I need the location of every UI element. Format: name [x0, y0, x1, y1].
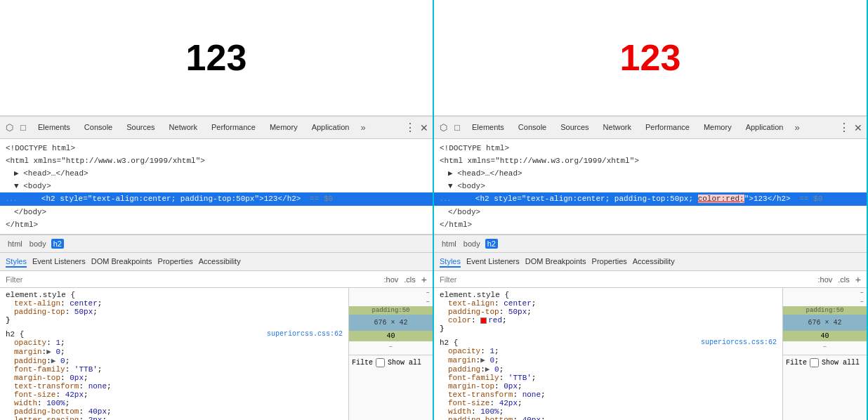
right-filter-bar: :hov .cls +: [434, 271, 867, 288]
tab-network-right[interactable]: Network: [596, 120, 638, 136]
dom-line-head-left[interactable]: ▶ <head>…</head>: [6, 167, 427, 180]
settings-icon-right[interactable]: ⋮: [839, 121, 850, 134]
left-box-bottom-dash: –: [349, 341, 433, 352]
right-devtools: ⬡ □ Elements Console Sources Network Per…: [434, 116, 867, 420]
left-h2-opacity: opacity: 1;: [6, 339, 343, 347]
left-prop-paddingtop: padding-top: 50px;: [6, 308, 343, 316]
right-show-all-label[interactable]: Show alll: [822, 359, 860, 367]
right-panel: 123 ⬡ □ Elements Console Sources Network…: [434, 0, 868, 420]
more-tabs-right[interactable]: »: [790, 121, 803, 134]
filter-cls-right[interactable]: .cls: [838, 275, 850, 284]
right-h2-margin: margin:▶ 0;: [440, 355, 777, 365]
right-h2-selector-line: h2 { superiorcss.css:62: [440, 339, 777, 347]
left-preview-text: 123: [186, 37, 247, 79]
styles-tab-dom-left[interactable]: DOM Breakpoints: [91, 256, 152, 268]
tab-performance-right[interactable]: Performance: [638, 120, 697, 136]
left-panel: 123 ⬡ □ Elements Console Sources Network…: [0, 0, 434, 420]
left-h2-fontfamily: font-family: 'TTB';: [6, 365, 343, 374]
tab-performance-left[interactable]: Performance: [204, 120, 263, 136]
settings-icon-left[interactable]: ⋮: [405, 121, 416, 134]
dom-doctype-right: <!DOCTYPE html>: [440, 142, 861, 155]
styles-tab-event-left[interactable]: Event Listeners: [32, 256, 86, 268]
styles-tab-access-left[interactable]: Accessibility: [199, 256, 241, 268]
right-h2-width: width: 100%;: [440, 407, 777, 416]
dom-head-right[interactable]: ▶ <head>…</head>: [440, 167, 861, 180]
left-h2-paddingbottom: padding-bottom: 40px;: [6, 407, 343, 416]
close-devtools-right[interactable]: ✕: [853, 121, 864, 135]
device-icon[interactable]: □: [17, 122, 29, 134]
left-preview: 123: [0, 0, 433, 116]
dom-body-right[interactable]: ▼ <body>: [440, 180, 861, 192]
left-h2-link[interactable]: superiorcss.css:62: [267, 330, 343, 338]
left-styles-toolbar: Styles Event Listeners DOM Breakpoints P…: [0, 253, 433, 271]
breadcrumb-h2-right[interactable]: h2: [485, 239, 498, 249]
left-toolbar-right: ⋮ ✕: [405, 121, 430, 135]
styles-tab-dom-right[interactable]: DOM Breakpoints: [525, 256, 586, 268]
right-preview-text: 123: [620, 37, 681, 79]
breadcrumb-body-left[interactable]: body: [27, 239, 48, 249]
right-h2-padding: padding:▶ 0;: [440, 365, 777, 374]
breadcrumb-html-left[interactable]: html: [6, 239, 25, 249]
close-devtools-left[interactable]: ✕: [419, 121, 430, 135]
styles-tab-access-right[interactable]: Accessibility: [633, 256, 675, 268]
breadcrumb-body-right[interactable]: body: [461, 239, 482, 249]
styles-tab-styles-left[interactable]: Styles: [6, 256, 27, 268]
dom-html-close-right: </html>: [440, 218, 861, 231]
tab-memory-right[interactable]: Memory: [697, 120, 739, 136]
styles-tab-props-left[interactable]: Properties: [158, 256, 193, 268]
right-prop-textalign: text-align: center;: [440, 299, 777, 308]
more-tabs-left[interactable]: »: [356, 121, 369, 134]
styles-tab-props-right[interactable]: Properties: [592, 256, 627, 268]
right-h2-opacity: opacity: 1;: [440, 347, 777, 355]
dom-h2-right[interactable]: ... <h2 style="text-align:center; paddin…: [434, 192, 867, 206]
left-h2-width: width: 100%;: [6, 399, 343, 407]
right-box-inner-val: 40: [783, 331, 867, 341]
filter-hov-right[interactable]: :hov: [818, 275, 833, 284]
right-styles-rules: element.style { text-align: center; padd…: [434, 288, 782, 420]
right-styles-content: element.style { text-align: center; padd…: [434, 288, 867, 420]
left-dom-tree: <!DOCTYPE html> <html xmlns="http://www.…: [0, 139, 433, 235]
tab-console-left[interactable]: Console: [77, 120, 119, 136]
filter-plus-right[interactable]: +: [855, 274, 861, 285]
dom-line-body-left[interactable]: ▼ <body>: [6, 180, 427, 192]
dom-line-h2-left[interactable]: ... <h2 style="text-align:center; paddin…: [0, 192, 433, 206]
filter-cls-left[interactable]: .cls: [404, 275, 416, 284]
styles-tab-event-right[interactable]: Event Listeners: [466, 256, 520, 268]
inspect-icon[interactable]: ⬡: [3, 122, 15, 134]
tab-network-left[interactable]: Network: [162, 120, 204, 136]
tab-elements-right[interactable]: Elements: [465, 120, 511, 136]
styles-tab-styles-right[interactable]: Styles: [440, 256, 461, 268]
tab-sources-right[interactable]: Sources: [553, 120, 596, 136]
tab-application-left[interactable]: Application: [305, 120, 357, 136]
breadcrumb-h2-left[interactable]: h2: [51, 239, 64, 249]
dom-html-right[interactable]: <html xmlns="http://www.w3.org/1999/xhtm…: [440, 155, 861, 167]
device-icon-right[interactable]: □: [451, 122, 463, 134]
filter-plus-left[interactable]: +: [421, 274, 427, 285]
tab-application-right[interactable]: Application: [739, 120, 791, 136]
left-filter-bar: :hov .cls +: [0, 271, 433, 288]
right-element-close: }: [440, 324, 777, 333]
tab-sources-left[interactable]: Sources: [119, 120, 162, 136]
tab-console-right[interactable]: Console: [511, 120, 553, 136]
tab-memory-left[interactable]: Memory: [263, 120, 305, 136]
left-element-style-selector: element.style {: [6, 291, 343, 299]
dom-line-html-left[interactable]: <html xmlns="http://www.w3.org/1999/xhtm…: [6, 155, 427, 167]
filter-input-left[interactable]: [6, 275, 379, 284]
right-prop-color: color: red;: [440, 316, 777, 324]
filter-hov-left[interactable]: :hov: [384, 275, 399, 284]
right-h2-link[interactable]: superiorcss.css:62: [701, 339, 777, 346]
dom-line-doctype-left: <!DOCTYPE html>: [6, 142, 427, 155]
right-box-margin-label: –: [783, 288, 867, 298]
right-show-all-checkbox[interactable]: [810, 358, 819, 367]
right-box-border-label: –: [783, 298, 867, 306]
color-swatch-red: [480, 317, 487, 324]
inspect-icon-right[interactable]: ⬡: [437, 122, 449, 134]
tab-elements-left[interactable]: Elements: [31, 120, 77, 136]
dom-line-html-close-left: </html>: [6, 218, 427, 231]
left-h2-margin: margin:▶ 0;: [6, 347, 343, 356]
filter-input-right[interactable]: [440, 275, 813, 284]
breadcrumb-html-right[interactable]: html: [440, 239, 459, 249]
left-show-all-checkbox[interactable]: [376, 358, 385, 367]
right-h2-fontfamily: font-family: 'TTB';: [440, 374, 777, 382]
right-filter-show-area: Filte Show alll: [783, 355, 867, 370]
